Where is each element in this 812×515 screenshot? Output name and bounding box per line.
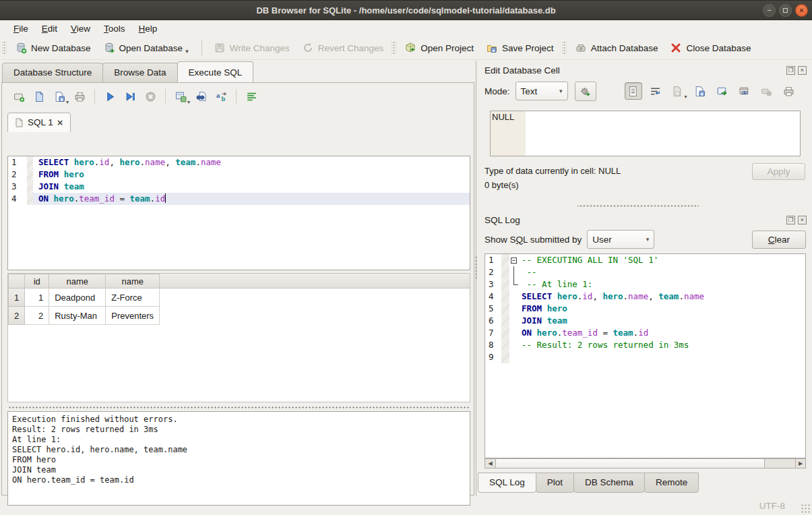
result-cell[interactable]: 2 bbox=[25, 307, 49, 325]
result-cell[interactable]: Preventers bbox=[106, 307, 160, 325]
mode-select[interactable]: Text ▾ bbox=[516, 82, 568, 100]
code-line[interactable]: 2FROM hero bbox=[8, 169, 470, 181]
code-line[interactable]: 1−-- EXECUTING ALL IN 'SQL 1' bbox=[485, 254, 805, 266]
result-cell[interactable]: Z-Force bbox=[106, 289, 160, 307]
corner-header[interactable] bbox=[9, 274, 25, 289]
attach-database-button[interactable]: Attach Database bbox=[569, 38, 664, 57]
scroll-right-icon[interactable]: ▶ bbox=[795, 459, 805, 468]
open-sql-button[interactable] bbox=[30, 88, 48, 105]
menu-help[interactable]: Help bbox=[132, 22, 164, 35]
stop-button[interactable] bbox=[142, 88, 159, 105]
open-project-button[interactable]: Open Project bbox=[398, 38, 480, 57]
close-icon[interactable]: × bbox=[795, 4, 808, 17]
code-line[interactable]: 3JOIN team bbox=[8, 181, 470, 193]
resize-grip-icon[interactable] bbox=[801, 504, 810, 513]
float-dock-icon[interactable]: ❐ bbox=[786, 216, 795, 224]
save-project-button[interactable]: Save Project bbox=[480, 38, 560, 57]
scrollbar-thumb[interactable] bbox=[495, 459, 765, 468]
sql-document-tab[interactable]: SQL 1 × bbox=[7, 113, 71, 132]
code-line[interactable]: 6JOIN team bbox=[485, 315, 805, 327]
save-cell-button[interactable]: ▾ bbox=[669, 82, 687, 100]
title-bar[interactable]: DB Browser for SQLite - /home/user/code/… bbox=[0, 0, 812, 20]
maximize-icon[interactable] bbox=[779, 4, 792, 17]
open-external-button[interactable] bbox=[575, 82, 596, 101]
result-cell[interactable]: 1 bbox=[25, 289, 49, 307]
close-database-button[interactable]: Close Database bbox=[664, 38, 757, 57]
toolbar-handle[interactable] bbox=[392, 40, 396, 55]
sql-editor[interactable]: 1SELECT hero.id, hero.name, team.name2FR… bbox=[7, 156, 470, 270]
execute-line-button[interactable] bbox=[121, 88, 139, 105]
apply-button[interactable]: Apply bbox=[752, 163, 805, 180]
menu-file[interactable]: File bbox=[7, 22, 35, 35]
tab-browse-data[interactable]: Browse Data bbox=[102, 63, 177, 82]
save-results-dropdown-icon[interactable]: ▾ bbox=[187, 99, 190, 105]
code-line[interactable]: 8-- Result: 2 rows returned in 3ms bbox=[485, 339, 805, 351]
export-cell-button[interactable] bbox=[714, 82, 731, 100]
print-button[interactable] bbox=[71, 88, 88, 105]
write-changes-button[interactable]: Write Changes bbox=[208, 38, 296, 57]
word-wrap-button[interactable] bbox=[647, 82, 664, 100]
new-database-button[interactable]: New Database bbox=[9, 38, 97, 57]
save-sql-button[interactable]: ▾ bbox=[51, 88, 68, 105]
close-dock-icon[interactable]: × bbox=[798, 216, 807, 224]
scroll-left-icon[interactable]: ◀ bbox=[485, 459, 495, 468]
set-null-button[interactable] bbox=[758, 82, 776, 100]
tab-sql-log[interactable]: SQL Log bbox=[478, 473, 536, 493]
row-header[interactable]: 1 bbox=[9, 289, 25, 307]
minimize-icon[interactable]: − bbox=[763, 4, 776, 17]
menu-tools[interactable]: Tools bbox=[97, 22, 132, 35]
toolbar-handle[interactable] bbox=[2, 40, 7, 55]
replace-button[interactable]: ab bbox=[212, 88, 230, 105]
code-line[interactable]: 1SELECT hero.id, hero.name, team.name bbox=[8, 156, 470, 169]
column-header[interactable]: id bbox=[25, 274, 49, 289]
open-in-app-button[interactable] bbox=[736, 82, 753, 100]
execute-all-button[interactable] bbox=[101, 88, 119, 105]
toolbar-handle[interactable] bbox=[562, 40, 567, 55]
tab-plot[interactable]: Plot bbox=[536, 473, 574, 493]
tab-database-structure[interactable]: Database Structure bbox=[2, 63, 103, 82]
tab-remote[interactable]: Remote bbox=[644, 473, 699, 493]
code-line[interactable]: 4SELECT hero.id, hero.name, team.name bbox=[485, 291, 805, 303]
execution-log[interactable]: Execution finished without errors. Resul… bbox=[7, 411, 470, 506]
result-cell[interactable]: Deadpond bbox=[49, 289, 106, 307]
print-cell-button[interactable] bbox=[780, 82, 798, 100]
submitter-select[interactable]: User ▾ bbox=[587, 230, 654, 249]
code-line[interactable]: 7ON hero.team_id = team.id bbox=[485, 327, 805, 339]
text-mode-button[interactable] bbox=[625, 82, 642, 100]
dock-splitter-handle[interactable] bbox=[474, 256, 478, 279]
tab-execute-sql[interactable]: Execute SQL bbox=[177, 61, 254, 82]
new-tab-button[interactable] bbox=[10, 88, 28, 105]
sql-log-view[interactable]: 1−-- EXECUTING ALL IN 'SQL 1'2 --3 -- At… bbox=[485, 253, 806, 458]
clear-button[interactable]: Clear bbox=[752, 231, 806, 249]
open-database-button[interactable]: Open Database ▾ bbox=[97, 38, 196, 57]
tab-db-schema[interactable]: DB Schema bbox=[573, 473, 645, 493]
horizontal-scrollbar[interactable]: ◀ ▶ bbox=[485, 458, 806, 468]
code-line[interactable]: 3 -- At line 1: bbox=[485, 278, 805, 291]
import-cell-button[interactable] bbox=[691, 82, 709, 100]
menu-edit[interactable]: Edit bbox=[35, 22, 64, 35]
row-header[interactable]: 2 bbox=[9, 307, 25, 325]
splitter-handle[interactable] bbox=[7, 404, 470, 410]
code-line[interactable]: 5FROM hero bbox=[485, 303, 805, 315]
code-line[interactable]: 4ON hero.team_id = team.id bbox=[8, 193, 470, 205]
revert-changes-button[interactable]: Revert Changes bbox=[296, 38, 390, 57]
splitter-handle[interactable] bbox=[577, 202, 699, 209]
column-header[interactable]: name bbox=[106, 274, 160, 289]
save-results-button[interactable]: ▾ bbox=[172, 88, 189, 105]
code-line[interactable]: 2 -- bbox=[485, 266, 805, 278]
save-cell-dropdown-icon[interactable]: ▾ bbox=[685, 94, 687, 100]
format-sql-button[interactable] bbox=[243, 88, 260, 105]
save-sql-dropdown-icon[interactable]: ▾ bbox=[66, 99, 69, 105]
result-cell[interactable]: Rusty-Man bbox=[49, 307, 106, 325]
scrollbar-track[interactable] bbox=[765, 459, 795, 468]
menu-view[interactable]: View bbox=[64, 22, 97, 35]
close-tab-icon[interactable]: × bbox=[57, 119, 63, 127]
code-line[interactable]: 9 bbox=[485, 351, 805, 363]
fold-marker-icon[interactable]: − bbox=[509, 254, 520, 266]
cell-value-editor[interactable]: NULL bbox=[490, 111, 801, 156]
find-button[interactable] bbox=[192, 88, 210, 105]
close-dock-icon[interactable]: × bbox=[798, 66, 807, 75]
column-header[interactable]: name bbox=[49, 274, 106, 289]
open-database-dropdown-icon[interactable]: ▾ bbox=[185, 48, 189, 55]
float-dock-icon[interactable]: ❐ bbox=[786, 66, 795, 75]
